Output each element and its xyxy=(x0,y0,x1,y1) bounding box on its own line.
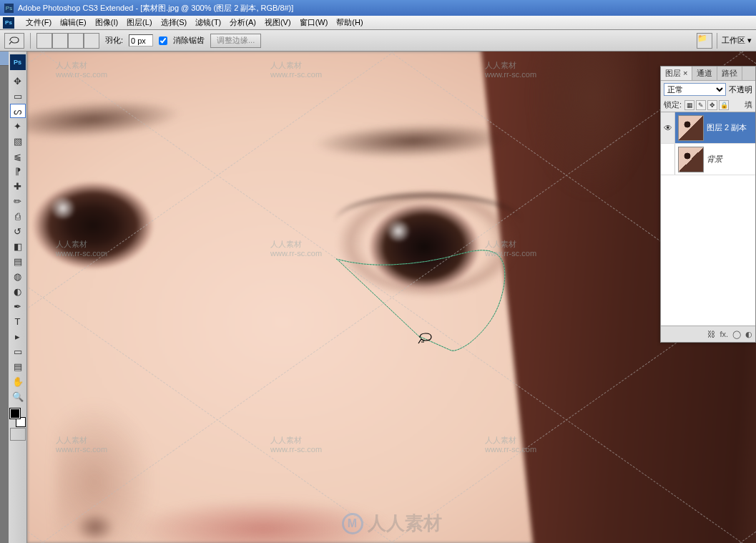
tool-move[interactable]: ✥ xyxy=(10,74,26,88)
ps-badge-icon: Ps xyxy=(10,54,26,70)
tab-paths[interactable]: 路径 xyxy=(717,67,742,80)
blend-mode-select[interactable]: 正常 xyxy=(664,83,726,96)
tool-dodge[interactable]: ◐ xyxy=(10,284,26,298)
selection-new-button[interactable] xyxy=(36,33,52,49)
tool-gradient[interactable]: ▤ xyxy=(10,254,26,268)
lasso-icon xyxy=(8,36,21,46)
layer-row[interactable]: 👁 图层 2 副本 xyxy=(661,112,755,144)
tool-heal[interactable]: ✚ xyxy=(10,179,26,193)
layers-panel: 图层 × 通道 路径 正常 不透明 锁定: ▦ ✎ ✥ 🔒 填 👁 图层 2 副… xyxy=(660,66,756,343)
tool-path-select[interactable]: ▸ xyxy=(10,329,26,343)
tool-blur[interactable]: ◍ xyxy=(10,269,26,283)
background-color-swatch[interactable] xyxy=(16,417,26,427)
lock-position-button[interactable]: ✥ xyxy=(707,100,717,110)
tool-wand[interactable]: ✦ xyxy=(10,119,26,133)
toolbox: Ps ✥ ▭ ᔕ ✦ ▧ ⫹ ⁋ ✚ ✏ ⎙ ↺ ◧ ▤ ◍ ◐ ✒ T ▸ ▭… xyxy=(9,52,27,543)
layers-panel-footer: ⛓ fx. ◯ ◐ xyxy=(661,326,755,342)
tool-marquee[interactable]: ▭ xyxy=(10,89,26,103)
menu-help[interactable]: 帮助(H) xyxy=(332,17,367,28)
menu-bar: Ps 文件(F) 编辑(E) 图像(I) 图层(L) 选择(S) 滤镜(T) 分… xyxy=(0,16,756,30)
lock-all-button[interactable]: 🔒 xyxy=(719,100,729,110)
opacity-label: 不透明 xyxy=(729,84,752,95)
lock-transparency-button[interactable]: ▦ xyxy=(684,100,694,110)
tab-layers[interactable]: 图层 × xyxy=(661,67,692,80)
visibility-toggle[interactable]: 👁 xyxy=(661,112,675,143)
menu-analysis[interactable]: 分析(A) xyxy=(225,17,260,28)
current-tool-indicator[interactable] xyxy=(4,33,24,49)
menu-filter[interactable]: 滤镜(T) xyxy=(191,17,225,28)
dock-tab[interactable] xyxy=(0,52,9,66)
tool-shape[interactable]: ▭ xyxy=(10,344,26,358)
tool-zoom[interactable]: 🔍 xyxy=(10,389,26,403)
tool-history-brush[interactable]: ↺ xyxy=(10,224,26,238)
fill-label: 填 xyxy=(745,99,752,110)
tool-lasso[interactable]: ᔕ xyxy=(10,104,26,118)
tool-pen[interactable]: ✒ xyxy=(10,299,26,313)
options-bar: 羽化: 消除锯齿 调整边缘... 📁 ▾ 工作区 ▾ xyxy=(0,30,756,52)
tab-channels[interactable]: 通道 xyxy=(692,67,717,80)
lock-buttons: ▦ ✎ ✥ 🔒 xyxy=(684,100,729,110)
antialias-label: 消除锯齿 xyxy=(173,35,205,46)
tool-notes[interactable]: ▤ xyxy=(10,359,26,373)
title-bar: Ps Adobe Photoshop CS3 Extended - [素材图.j… xyxy=(0,0,756,16)
divider xyxy=(717,33,717,49)
menu-file[interactable]: 文件(F) xyxy=(21,17,56,28)
panel-tabs: 图层 × 通道 路径 xyxy=(661,67,755,81)
layer-name[interactable]: 图层 2 副本 xyxy=(707,122,755,133)
menu-select[interactable]: 选择(S) xyxy=(157,17,192,28)
selection-subtract-button[interactable] xyxy=(68,33,84,49)
quick-mask-toggle[interactable] xyxy=(10,428,26,441)
tool-hand[interactable]: ✋ xyxy=(10,374,26,388)
workspace-switcher[interactable]: 工作区 ▾ xyxy=(722,35,752,46)
lock-label: 锁定: xyxy=(664,99,682,110)
layers-list: 👁 图层 2 副本 背景 xyxy=(661,112,755,326)
layer-thumbnail[interactable] xyxy=(678,147,704,172)
selection-mode-group xyxy=(36,33,99,49)
color-swatches[interactable] xyxy=(10,409,26,427)
window-title: Adobe Photoshop CS3 Extended - [素材图.jpg … xyxy=(18,3,293,14)
canvas[interactable]: 人人素材 www.rr-sc.com 人人素材 www.rr-sc.com 人人… xyxy=(27,52,756,543)
layer-thumbnail[interactable] xyxy=(678,115,704,141)
visibility-toggle[interactable] xyxy=(661,144,675,175)
feather-label: 羽化: xyxy=(105,35,123,46)
menu-view[interactable]: 视图(V) xyxy=(260,17,295,28)
menu-layer[interactable]: 图层(L) xyxy=(122,17,156,28)
lock-pixels-button[interactable]: ✎ xyxy=(696,100,706,110)
selection-add-button[interactable] xyxy=(52,33,68,49)
dock-tabs xyxy=(0,52,9,543)
adjustment-layer-button[interactable]: ◐ xyxy=(745,330,752,339)
tool-type[interactable]: T xyxy=(10,314,26,328)
app-icon: Ps xyxy=(4,4,14,13)
layer-mask-button[interactable]: ◯ xyxy=(732,330,741,339)
tool-stamp[interactable]: ⎙ xyxy=(10,209,26,223)
layer-fx-button[interactable]: fx. xyxy=(720,330,728,338)
ps-logo-icon: Ps xyxy=(3,17,14,29)
go-bridge-button[interactable]: 📁 xyxy=(697,33,712,49)
tool-brush[interactable]: ✏ xyxy=(10,194,26,208)
tool-eraser[interactable]: ◧ xyxy=(10,239,26,253)
divider xyxy=(30,33,31,49)
tool-crop[interactable]: ▧ xyxy=(10,134,26,148)
layer-name[interactable]: 背景 xyxy=(707,154,755,165)
document-image xyxy=(27,52,756,543)
antialias-checkbox[interactable] xyxy=(159,36,167,45)
tool-slice[interactable]: ⫹ xyxy=(10,149,26,163)
layer-row[interactable]: 背景 xyxy=(661,144,755,175)
foreground-color-swatch[interactable] xyxy=(10,409,20,419)
tool-eyedropper[interactable]: ⁋ xyxy=(10,164,26,178)
selection-intersect-button[interactable] xyxy=(84,33,99,49)
refine-edge-button[interactable]: 调整边缘... xyxy=(210,34,261,48)
feather-input[interactable] xyxy=(129,34,153,47)
menu-edit[interactable]: 编辑(E) xyxy=(56,17,91,28)
menu-window[interactable]: 窗口(W) xyxy=(295,17,333,28)
menu-image[interactable]: 图像(I) xyxy=(91,17,122,28)
link-layers-button[interactable]: ⛓ xyxy=(707,330,715,338)
